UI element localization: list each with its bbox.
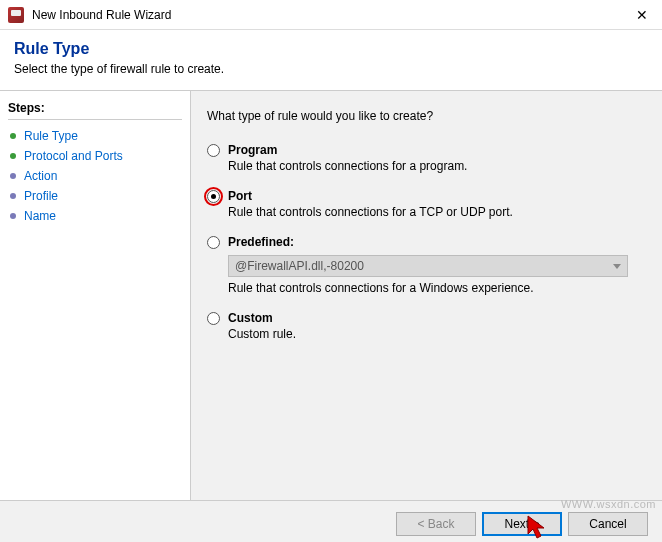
window-title: New Inbound Rule Wizard bbox=[32, 8, 630, 22]
titlebar: New Inbound Rule Wizard ✕ bbox=[0, 0, 662, 30]
cancel-button[interactable]: Cancel bbox=[568, 512, 648, 536]
bullet-icon bbox=[10, 133, 16, 139]
page-title: Rule Type bbox=[14, 40, 648, 58]
radio-row[interactable]: Predefined: bbox=[207, 235, 646, 249]
radio-item-predefined: Predefined: @FirewallAPI.dll,-80200 Rule… bbox=[207, 235, 646, 295]
step-label: Action bbox=[24, 169, 57, 183]
radio-desc-predefined: Rule that controls connections for a Win… bbox=[228, 281, 646, 295]
next-button[interactable]: Next > bbox=[482, 512, 562, 536]
step-label: Protocol and Ports bbox=[24, 149, 123, 163]
radio-desc-custom: Custom rule. bbox=[228, 327, 646, 341]
wizard-header: Rule Type Select the type of firewall ru… bbox=[0, 30, 662, 90]
radio-item-port: Port Rule that controls connections for … bbox=[207, 189, 646, 219]
bullet-icon bbox=[10, 193, 16, 199]
steps-heading: Steps: bbox=[8, 101, 182, 120]
radio-icon[interactable] bbox=[207, 144, 220, 157]
radio-desc-program: Rule that controls connections for a pro… bbox=[228, 159, 646, 173]
radio-row[interactable]: Program bbox=[207, 143, 646, 157]
step-label: Rule Type bbox=[24, 129, 78, 143]
main-panel: What type of rule would you like to crea… bbox=[191, 91, 662, 500]
step-label: Profile bbox=[24, 189, 58, 203]
bullet-icon bbox=[10, 173, 16, 179]
radio-item-program: Program Rule that controls connections f… bbox=[207, 143, 646, 173]
step-profile[interactable]: Profile bbox=[8, 186, 182, 206]
step-label: Name bbox=[24, 209, 56, 223]
bullet-icon bbox=[10, 153, 16, 159]
step-action[interactable]: Action bbox=[8, 166, 182, 186]
wizard-body: Steps: Rule Type Protocol and Ports Acti… bbox=[0, 91, 662, 500]
close-button[interactable]: ✕ bbox=[630, 7, 654, 23]
firewall-icon bbox=[8, 7, 24, 23]
radio-label-program: Program bbox=[228, 143, 277, 157]
radio-desc-port: Rule that controls connections for a TCP… bbox=[228, 205, 646, 219]
steps-sidebar: Steps: Rule Type Protocol and Ports Acti… bbox=[0, 91, 190, 500]
predefined-select[interactable]: @FirewallAPI.dll,-80200 bbox=[228, 255, 628, 277]
rule-type-prompt: What type of rule would you like to crea… bbox=[207, 109, 646, 123]
step-name[interactable]: Name bbox=[8, 206, 182, 226]
back-button[interactable]: < Back bbox=[396, 512, 476, 536]
rule-type-radio-group: Program Rule that controls connections f… bbox=[207, 143, 646, 341]
bullet-icon bbox=[10, 213, 16, 219]
radio-label-predefined: Predefined: bbox=[228, 235, 294, 249]
radio-icon[interactable] bbox=[207, 236, 220, 249]
step-rule-type[interactable]: Rule Type bbox=[8, 126, 182, 146]
radio-row[interactable]: Port bbox=[207, 189, 646, 203]
radio-label-port: Port bbox=[228, 189, 252, 203]
wizard-footer: < Back Next > Cancel bbox=[0, 500, 662, 542]
radio-icon[interactable] bbox=[207, 312, 220, 325]
radio-icon[interactable] bbox=[207, 190, 220, 203]
page-subtitle: Select the type of firewall rule to crea… bbox=[14, 62, 648, 76]
step-protocol-and-ports[interactable]: Protocol and Ports bbox=[8, 146, 182, 166]
radio-row[interactable]: Custom bbox=[207, 311, 646, 325]
predefined-select-value: @FirewallAPI.dll,-80200 bbox=[235, 259, 364, 273]
radio-label-custom: Custom bbox=[228, 311, 273, 325]
radio-item-custom: Custom Custom rule. bbox=[207, 311, 646, 341]
